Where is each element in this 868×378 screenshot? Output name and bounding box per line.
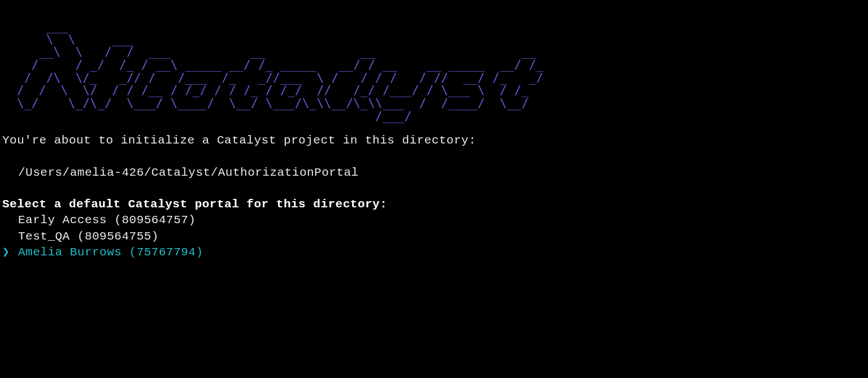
- project-directory-path: /Users/amelia-426/Catalyst/Authorization…: [18, 165, 866, 181]
- select-portal-prompt: Select a default Catalyst portal for thi…: [2, 197, 866, 212]
- init-intro-text: You're about to initialize a Catalyst pr…: [2, 133, 866, 149]
- portal-option-test-qa[interactable]: Test_QA (809564755): [2, 229, 866, 245]
- catalyst-ascii-logo: ___ \ \ ___ __\ \ / / ___ __ __ __ / / _…: [2, 2, 866, 123]
- portal-option-label: Test_QA (809564755): [18, 230, 159, 243]
- portal-options-list[interactable]: Early Access (809564757) Test_QA (809564…: [2, 212, 866, 260]
- portal-option-label: Early Access (809564757): [18, 214, 196, 227]
- portal-option-early-access[interactable]: Early Access (809564757): [2, 212, 866, 228]
- selection-chevron-icon: ❯: [2, 245, 18, 260]
- portal-option-label: Amelia Burrows (75767794): [18, 246, 203, 259]
- portal-option-amelia-burrows[interactable]: ❯Amelia Burrows (75767794): [2, 245, 866, 260]
